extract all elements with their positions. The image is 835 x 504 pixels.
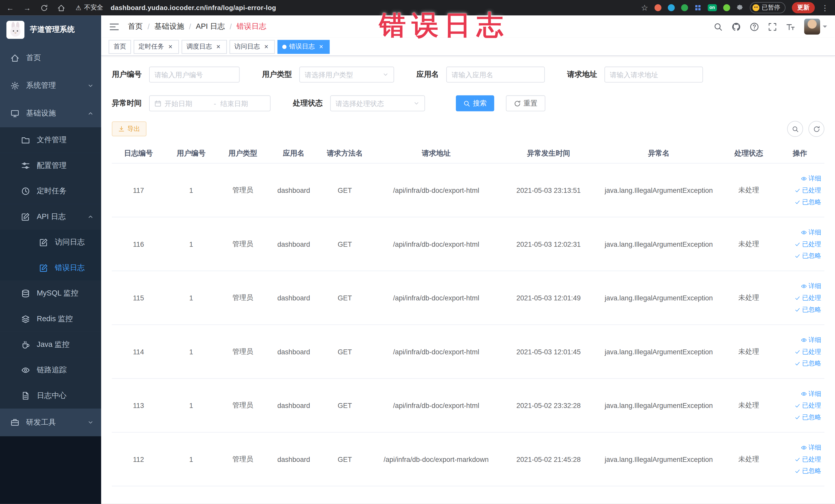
sidebar-item-mysql-monitor[interactable]: MySQL 监控 bbox=[0, 281, 101, 306]
refresh-table-button[interactable] bbox=[808, 121, 824, 137]
request-url-input[interactable] bbox=[610, 70, 698, 79]
sidebar-item-config-management[interactable]: 配置管理 bbox=[0, 153, 101, 178]
processed-link[interactable]: 已处理 bbox=[794, 293, 821, 302]
search-icon[interactable] bbox=[714, 22, 722, 31]
clock-icon bbox=[21, 187, 30, 195]
toggle-search-button[interactable] bbox=[787, 121, 803, 137]
app-name-input[interactable] bbox=[451, 70, 539, 79]
menu-kebab-icon[interactable]: ⋮ bbox=[821, 4, 829, 12]
cell-user-type: 管理员 bbox=[217, 293, 268, 302]
cell-user-id: 1 bbox=[165, 455, 217, 463]
extension-icon-leaf[interactable] bbox=[723, 4, 730, 11]
sidebar-item-home[interactable]: 首页 bbox=[0, 44, 101, 72]
tab-error-logs[interactable]: 错误日志 × bbox=[278, 40, 330, 54]
processed-link[interactable]: 已处理 bbox=[794, 186, 821, 195]
sidebar-item-error-logs[interactable]: 错误日志 bbox=[0, 255, 101, 281]
sidebar-item-infrastructure[interactable]: 基础设施 bbox=[0, 100, 101, 127]
detail-link[interactable]: 详细 bbox=[801, 443, 821, 452]
column-header-log-id: 日志编号 bbox=[112, 148, 165, 158]
user-menu[interactable] bbox=[804, 19, 827, 35]
close-icon[interactable]: × bbox=[263, 43, 270, 50]
tab-home[interactable]: 首页 bbox=[108, 40, 131, 54]
extension-icon-green[interactable] bbox=[681, 4, 688, 11]
processed-link[interactable]: 已处理 bbox=[794, 347, 821, 356]
sidebar-item-dev-tools[interactable]: 研发工具 bbox=[0, 408, 101, 436]
table-body: 117 1 管理员 dashboard GET /api/infra/db-do… bbox=[112, 164, 824, 486]
home-icon bbox=[11, 54, 19, 62]
infrastructure-submenu: 文件管理 配置管理 定时任务 API 日志 bbox=[0, 127, 101, 408]
ignored-link[interactable]: 已忽略 bbox=[794, 359, 821, 368]
tab-schedule-logs[interactable]: 调度日志 × bbox=[182, 40, 227, 54]
end-date-input[interactable] bbox=[220, 99, 265, 107]
reset-button[interactable]: 重置 bbox=[506, 95, 546, 111]
detail-link[interactable]: 详细 bbox=[801, 335, 821, 344]
ignored-link[interactable]: 已忽略 bbox=[794, 251, 821, 260]
app-logo[interactable]: 芋道管理系统 bbox=[0, 15, 101, 44]
extensions-puzzle-icon[interactable] bbox=[736, 4, 743, 11]
date-range-picker[interactable]: - bbox=[149, 95, 270, 111]
extension-icon-blue-drop[interactable] bbox=[668, 4, 675, 11]
sidebar-toggle-icon[interactable] bbox=[109, 22, 119, 32]
tab-access-logs[interactable]: 访问日志 × bbox=[229, 40, 274, 54]
sidebar-item-file-management[interactable]: 文件管理 bbox=[0, 127, 101, 153]
page-content: 用户编号 用户类型 应用名 bbox=[101, 56, 835, 504]
ignored-link[interactable]: 已忽略 bbox=[794, 466, 821, 475]
search-icon bbox=[463, 100, 470, 107]
start-date-input[interactable] bbox=[165, 99, 209, 107]
detail-link[interactable]: 详细 bbox=[801, 174, 821, 183]
ignored-link[interactable]: 已忽略 bbox=[794, 305, 821, 314]
process-status-input[interactable] bbox=[335, 99, 410, 107]
close-icon[interactable]: × bbox=[215, 43, 222, 50]
extension-icon-on-badge[interactable]: on bbox=[708, 4, 717, 11]
breadcrumb-infrastructure[interactable]: 基础设施 bbox=[154, 22, 184, 31]
ignored-link[interactable]: 已忽略 bbox=[794, 198, 821, 206]
tab-scheduled-tasks[interactable]: 定时任务 × bbox=[134, 40, 179, 54]
sidebar-item-redis-monitor[interactable]: Redis 监控 bbox=[0, 306, 101, 332]
breadcrumb-api-logs[interactable]: API 日志 bbox=[196, 22, 225, 31]
detail-link[interactable]: 详细 bbox=[801, 389, 821, 398]
font-size-icon[interactable] bbox=[786, 22, 795, 31]
sidebar-item-log-center[interactable]: 日志中心 bbox=[0, 383, 101, 409]
paused-extension-chip[interactable]: 已暂停 bbox=[750, 2, 786, 13]
filter-label: 请求地址 bbox=[567, 70, 597, 79]
sidebar-item-link-tracing[interactable]: 链路追踪 bbox=[0, 357, 101, 383]
reload-icon[interactable] bbox=[41, 4, 48, 12]
filter-label: 用户类型 bbox=[262, 70, 292, 79]
detail-link[interactable]: 详细 bbox=[801, 228, 821, 237]
user-type-input[interactable] bbox=[305, 70, 379, 79]
processed-link[interactable]: 已处理 bbox=[794, 240, 821, 248]
help-icon[interactable] bbox=[750, 22, 759, 31]
close-icon[interactable]: × bbox=[318, 43, 325, 50]
cell-app-name: dashboard bbox=[268, 240, 319, 248]
back-icon[interactable]: ← bbox=[6, 4, 14, 12]
sidebar-item-system-management[interactable]: 系统管理 bbox=[0, 72, 101, 100]
user-id-input[interactable] bbox=[155, 70, 235, 79]
sidebar-item-scheduled-tasks[interactable]: 定时任务 bbox=[0, 178, 101, 204]
filter-app-name: 应用名 bbox=[416, 66, 545, 82]
process-status-select[interactable] bbox=[330, 95, 425, 111]
extension-icon-orange[interactable] bbox=[655, 4, 661, 11]
processed-link[interactable]: 已处理 bbox=[794, 455, 821, 464]
sidebar-item-java-monitor[interactable]: Java 监控 bbox=[0, 332, 101, 358]
url-bar[interactable]: dashboard.yudao.iocoder.cn/infra/log/api… bbox=[110, 4, 276, 12]
ignored-link[interactable]: 已忽略 bbox=[794, 412, 821, 422]
github-icon[interactable] bbox=[732, 22, 741, 31]
security-indicator[interactable]: ⚠ 不安全 bbox=[76, 3, 103, 12]
update-button[interactable]: 更新 bbox=[792, 2, 815, 13]
user-type-select[interactable] bbox=[299, 66, 394, 82]
processed-link[interactable]: 已处理 bbox=[794, 401, 821, 410]
forward-icon[interactable]: → bbox=[23, 4, 31, 12]
detail-link[interactable]: 详细 bbox=[801, 281, 821, 290]
sidebar-item-api-logs[interactable]: API 日志 bbox=[0, 204, 101, 230]
search-button[interactable]: 搜索 bbox=[456, 95, 494, 111]
home-icon[interactable] bbox=[58, 4, 65, 12]
fullscreen-icon[interactable] bbox=[768, 22, 777, 31]
close-icon[interactable]: × bbox=[167, 43, 174, 50]
bookmark-star-icon[interactable]: ☆ bbox=[641, 4, 648, 12]
document-icon bbox=[40, 238, 48, 246]
breadcrumb-home[interactable]: 首页 bbox=[128, 22, 143, 31]
cell-method: GET bbox=[319, 348, 371, 356]
extension-icon-grid[interactable] bbox=[695, 4, 701, 11]
export-button[interactable]: 导出 bbox=[112, 121, 147, 136]
sidebar-item-access-logs[interactable]: 访问日志 bbox=[0, 229, 101, 255]
